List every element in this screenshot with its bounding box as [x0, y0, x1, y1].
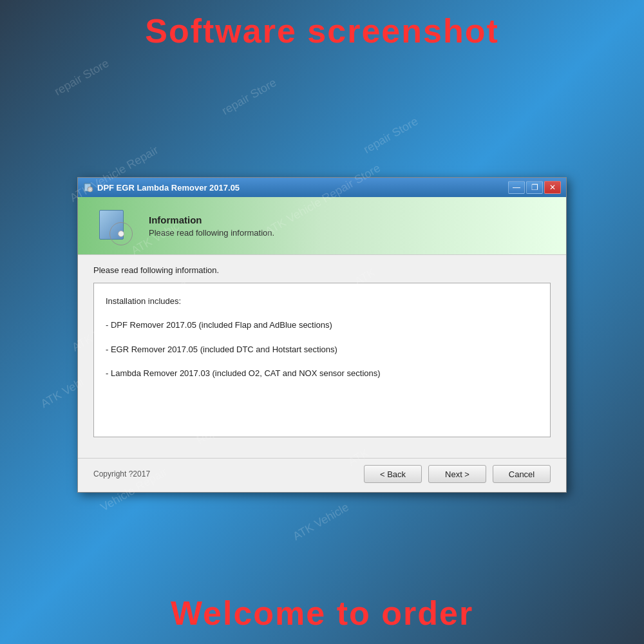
svg-point-2 — [90, 189, 91, 191]
info-item-2: - EGR Remover 2017.05 (included DTC and … — [106, 342, 538, 357]
header-text: Information Please read following inform… — [149, 214, 553, 238]
top-label: Software screenshot — [0, 12, 644, 50]
cancel-button[interactable]: Cancel — [493, 465, 551, 483]
header-subtitle: Please read following information. — [149, 228, 553, 238]
body-intro: Please read following information. — [93, 265, 551, 275]
info-item-3: - Lambda Remover 2017.03 (included O2, C… — [106, 366, 538, 381]
minimize-button[interactable]: — — [508, 181, 525, 194]
copyright-text: Copyright ?2017 — [93, 469, 150, 478]
back-button[interactable]: < Back — [364, 465, 422, 483]
page-background: Software screenshot repair Store repair … — [0, 0, 644, 644]
footer-buttons: < Back Next > Cancel — [364, 465, 551, 483]
bottom-label: Welcome to order — [0, 594, 644, 632]
dialog-window: DPF EGR Lambda Remover 2017.05 — ❐ ✕ Inf… — [77, 177, 567, 493]
title-bar-left: DPF EGR Lambda Remover 2017.05 — [83, 182, 240, 193]
info-item-1: - DPF Remover 2017.05 (included Flap and… — [106, 317, 538, 332]
dialog-body: Please read following information. Insta… — [78, 255, 566, 458]
title-bar: DPF EGR Lambda Remover 2017.05 — ❐ ✕ — [78, 178, 566, 197]
software-icon — [94, 207, 133, 245]
infobox-title: Installation includes: — [106, 294, 538, 308]
window-controls: — ❐ ✕ — [508, 181, 561, 194]
dialog-header: Information Please read following inform… — [78, 197, 566, 255]
header-title: Information — [149, 214, 553, 225]
header-icon — [91, 204, 136, 249]
close-button[interactable]: ✕ — [544, 181, 561, 194]
restore-button[interactable]: ❐ — [526, 181, 543, 194]
app-icon — [83, 182, 93, 193]
info-box: Installation includes: - DPF Remover 201… — [93, 283, 551, 437]
window-title: DPF EGR Lambda Remover 2017.05 — [97, 183, 240, 193]
dialog-footer: Copyright ?2017 < Back Next > Cancel — [78, 458, 566, 492]
next-button[interactable]: Next > — [428, 465, 486, 483]
